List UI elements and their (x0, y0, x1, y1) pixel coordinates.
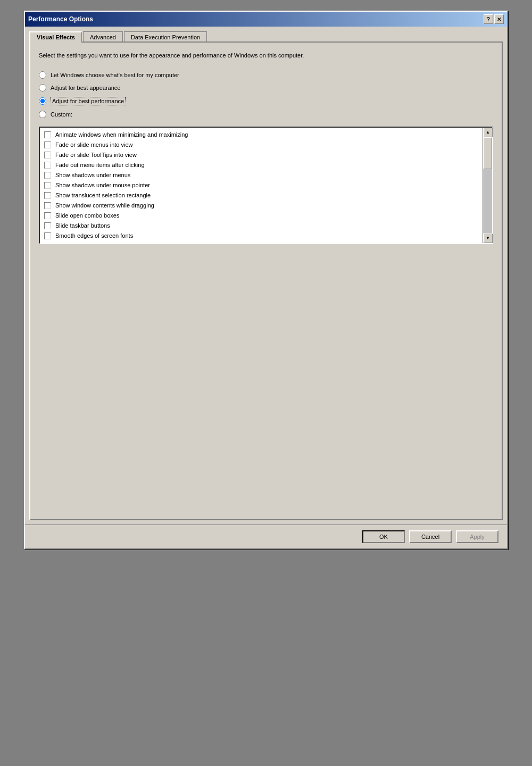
checkbox-fade-out[interactable] (44, 162, 51, 169)
radio-let-windows-input[interactable] (39, 71, 46, 79)
list-item[interactable]: Smooth edges of screen fonts (40, 231, 483, 241)
checkbox-fade-tooltips-label: Fade or slide ToolTips into view (55, 152, 137, 158)
tab-visual-effects[interactable]: Visual Effects (29, 31, 82, 43)
radio-custom-label: Custom: (51, 111, 72, 118)
radio-group: Let Windows choose what's best for my co… (39, 71, 493, 118)
radio-best-appearance[interactable]: Adjust for best appearance (39, 84, 493, 91)
tab-panel-visual-effects: Select the settings you want to use for … (29, 41, 503, 520)
list-item[interactable]: Fade out menu items after clicking (40, 160, 483, 170)
checkbox-smooth-edges-label: Smooth edges of screen fonts (55, 232, 133, 239)
radio-best-performance-label: Adjust for best performance (51, 97, 126, 105)
checkbox-fade-menus[interactable] (44, 141, 51, 148)
radio-best-appearance-label: Adjust for best appearance (51, 85, 120, 91)
list-item[interactable]: Show translucent selection rectangle (40, 190, 483, 201)
checkbox-fade-menus-label: Fade or slide menus into view (55, 141, 133, 148)
checkbox-translucent-label: Show translucent selection rectangle (55, 192, 151, 198)
tab-dep[interactable]: Data Execution Prevention (124, 31, 207, 43)
checkbox-slide-combo[interactable] (44, 212, 51, 219)
checkbox-animate-label: Animate windows when minimizing and maxi… (55, 131, 188, 138)
checkbox-shadows-mouse-label: Show shadows under mouse pointer (55, 182, 150, 188)
list-item[interactable]: Show shadows under menus (40, 170, 483, 180)
radio-best-appearance-input[interactable] (39, 84, 46, 91)
checkbox-shadows-menus-label: Show shadows under menus (55, 172, 130, 178)
listbox-container: Animate windows when minimizing and maxi… (39, 127, 493, 244)
scroll-thumb[interactable] (483, 137, 492, 169)
checkbox-animate[interactable] (44, 131, 51, 138)
radio-let-windows-label: Let Windows choose what's best for my co… (51, 72, 179, 78)
radio-best-performance-input[interactable] (39, 97, 46, 105)
scroll-down-button[interactable]: ▼ (483, 234, 493, 243)
help-button[interactable]: ? (484, 14, 493, 24)
list-item[interactable]: Show shadows under mouse pointer (40, 180, 483, 190)
apply-button[interactable]: Apply (456, 530, 498, 543)
checkbox-slide-taskbar-label: Slide taskbar buttons (55, 222, 110, 229)
close-button[interactable]: ✕ (494, 14, 504, 24)
list-item[interactable]: Slide open combo boxes (40, 211, 483, 221)
checkbox-slide-combo-label: Slide open combo boxes (55, 212, 119, 219)
ok-button[interactable]: OK (362, 530, 405, 543)
tab-advanced[interactable]: Advanced (83, 31, 123, 43)
list-item[interactable]: Show window contents while dragging (40, 201, 483, 211)
scrollbar[interactable]: ▲ ▼ (483, 128, 492, 243)
title-bar: Performance Options ? ✕ (25, 12, 507, 27)
radio-best-performance[interactable]: Adjust for best performance (39, 97, 493, 105)
description-text: Select the settings you want to use for … (39, 51, 493, 61)
radio-custom-input[interactable] (39, 111, 46, 118)
list-item[interactable]: Fade or slide menus into view (40, 140, 483, 150)
checkbox-window-contents-label: Show window contents while dragging (55, 202, 154, 209)
list-item[interactable]: Slide taskbar buttons (40, 221, 483, 231)
checkbox-slide-taskbar[interactable] (44, 222, 51, 229)
scroll-up-button[interactable]: ▲ (483, 128, 493, 137)
checkbox-window-contents[interactable] (44, 202, 51, 209)
scroll-track (483, 137, 492, 234)
checkbox-shadows-menus[interactable] (44, 172, 51, 179)
window-title: Performance Options (28, 15, 93, 23)
tabs-container: Visual Effects Advanced Data Execution P… (29, 31, 503, 42)
checkboxes-list: Animate windows when minimizing and maxi… (40, 128, 483, 243)
list-item[interactable]: Animate windows when minimizing and maxi… (40, 130, 483, 140)
checkbox-smooth-edges[interactable] (44, 232, 51, 239)
dialog-content: Visual Effects Advanced Data Execution P… (25, 27, 507, 524)
dialog-window: Performance Options ? ✕ Visual Effects A… (24, 11, 508, 549)
list-item[interactable]: Fade or slide ToolTips into view (40, 150, 483, 160)
radio-let-windows[interactable]: Let Windows choose what's best for my co… (39, 71, 493, 79)
title-bar-buttons: ? ✕ (484, 14, 504, 24)
checkbox-fade-tooltips[interactable] (44, 152, 51, 159)
cancel-button[interactable]: Cancel (409, 530, 452, 543)
checkbox-shadows-mouse[interactable] (44, 182, 51, 189)
dialog-footer: OK Cancel Apply (25, 524, 507, 548)
checkbox-fade-out-label: Fade out menu items after clicking (55, 162, 145, 168)
radio-custom[interactable]: Custom: (39, 111, 493, 118)
checkbox-translucent[interactable] (44, 192, 51, 199)
